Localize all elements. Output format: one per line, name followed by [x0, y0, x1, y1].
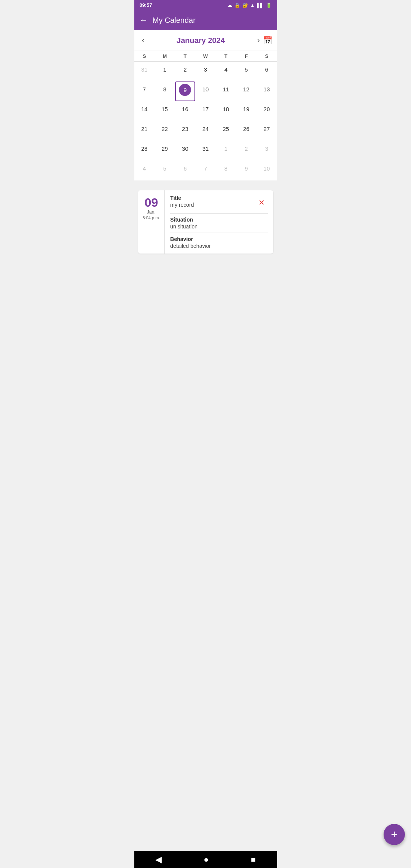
event-details: Title my record ✕ Situation un situation… — [165, 190, 273, 254]
calendar-day[interactable]: 8 — [216, 161, 236, 180]
event-title-label: Title — [170, 195, 255, 201]
event-title-value: my record — [170, 202, 255, 208]
event-divider-1 — [170, 213, 268, 214]
calendar-day[interactable]: 18 — [216, 101, 236, 121]
day-number: 7 — [199, 162, 212, 174]
today-icon[interactable]: 📅 — [263, 36, 272, 45]
event-close-button[interactable]: ✕ — [255, 195, 268, 210]
day-number: 6 — [261, 63, 273, 75]
calendar-day[interactable]: 3 — [256, 141, 277, 161]
calendar-day[interactable]: 27 — [256, 121, 277, 141]
app-bar: ← My Calendar — [134, 10, 277, 30]
calendar-day[interactable]: 16 — [175, 101, 196, 121]
calendar-day[interactable]: 6 — [175, 161, 196, 180]
calendar-day[interactable]: 15 — [155, 101, 175, 121]
day-number: 7 — [138, 83, 150, 95]
weekday-tue: T — [175, 51, 196, 61]
event-divider-2 — [170, 233, 268, 233]
next-month-button[interactable]: › — [254, 34, 263, 47]
calendar-day[interactable]: 9 — [175, 81, 196, 101]
month-title: January 2024 — [148, 36, 254, 45]
calendar-day[interactable]: 1 — [155, 62, 175, 81]
day-number: 10 — [199, 83, 212, 95]
calendar-day[interactable]: 22 — [155, 121, 175, 141]
calendar-day[interactable]: 17 — [195, 101, 216, 121]
weekday-fri: F — [236, 51, 256, 61]
calendar-day[interactable]: 5 — [236, 62, 256, 81]
section-separator — [134, 180, 277, 187]
day-number: 18 — [220, 103, 232, 115]
weekday-sun: S — [134, 51, 155, 61]
day-number: 12 — [240, 83, 252, 95]
event-behavior-label: Behavior — [170, 236, 268, 242]
lock-icon: 🔒 — [234, 3, 240, 8]
calendar-day[interactable]: 19 — [236, 101, 256, 121]
day-number: 25 — [220, 123, 232, 135]
calendar-day[interactable]: 28 — [134, 141, 155, 161]
day-number: 11 — [220, 83, 232, 95]
calendar-day[interactable]: 4 — [134, 161, 155, 180]
day-number: 31 — [199, 142, 212, 155]
day-number: 27 — [261, 123, 273, 135]
prev-month-button[interactable]: ‹ — [139, 34, 148, 47]
day-number: 9 — [240, 162, 252, 174]
weekday-mon: M — [155, 51, 175, 61]
calendar-day[interactable]: 31 — [134, 62, 155, 81]
calendar-day[interactable]: 2 — [236, 141, 256, 161]
calendar-day[interactable]: 9 — [236, 161, 256, 180]
calendar-day[interactable]: 12 — [236, 81, 256, 101]
calendar-day[interactable]: 7 — [195, 161, 216, 180]
calendar-day[interactable]: 24 — [195, 121, 216, 141]
calendar-day[interactable]: 3 — [195, 62, 216, 81]
calendar-day[interactable]: 23 — [175, 121, 196, 141]
day-number: 2 — [179, 63, 191, 75]
calendar-header: ‹ January 2024 › 📅 — [134, 30, 277, 51]
calendar-day[interactable]: 8 — [155, 81, 175, 101]
calendar-day[interactable]: 31 — [195, 141, 216, 161]
calendar-day[interactable]: 6 — [256, 62, 277, 81]
calendar-day[interactable]: 10 — [195, 81, 216, 101]
weekday-row: S M T W T F S — [134, 51, 277, 62]
calendar-day[interactable]: 4 — [216, 62, 236, 81]
day-number: 1 — [159, 63, 171, 75]
weekday-sat: S — [256, 51, 277, 61]
event-day-number: 09 — [145, 196, 158, 209]
day-number: 23 — [179, 123, 191, 135]
signal-icon: ▌▌ — [257, 3, 263, 8]
day-number: 5 — [240, 63, 252, 75]
calendar-day[interactable]: 29 — [155, 141, 175, 161]
calendar-day[interactable]: 25 — [216, 121, 236, 141]
calendar-day[interactable]: 21 — [134, 121, 155, 141]
day-number: 26 — [240, 123, 252, 135]
status-icons: ☁ 🔒 🔐 ▲ ▌▌ 🔋 — [228, 3, 272, 8]
event-dot — [184, 97, 186, 99]
event-time: 8:04 p.m. — [143, 215, 160, 220]
day-number: 6 — [179, 162, 191, 174]
calendar-day[interactable]: 2 — [175, 62, 196, 81]
page-title: My Calendar — [153, 16, 196, 25]
event-behavior-value: detailed behavior — [170, 243, 268, 249]
calendar-day[interactable]: 14 — [134, 101, 155, 121]
day-number: 4 — [138, 162, 150, 174]
calendar-day[interactable]: 7 — [134, 81, 155, 101]
weekday-wed: W — [195, 51, 216, 61]
calendar-day[interactable]: 26 — [236, 121, 256, 141]
day-number: 3 — [261, 142, 273, 155]
calendar-day[interactable]: 20 — [256, 101, 277, 121]
calendar-day[interactable]: 11 — [216, 81, 236, 101]
calendar-day[interactable]: 30 — [175, 141, 196, 161]
lock2-icon: 🔐 — [242, 3, 248, 8]
day-number: 9 — [179, 84, 191, 96]
calendar-day[interactable]: 13 — [256, 81, 277, 101]
event-situation-label: Situation — [170, 217, 268, 223]
back-button[interactable]: ← — [140, 15, 148, 25]
calendar-day[interactable]: 5 — [155, 161, 175, 180]
day-number: 17 — [199, 103, 212, 115]
day-number: 21 — [138, 123, 150, 135]
calendar-day[interactable]: 10 — [256, 161, 277, 180]
weekday-thu: T — [216, 51, 236, 61]
status-bar: 09:57 ☁ 🔒 🔐 ▲ ▌▌ 🔋 — [134, 0, 277, 10]
calendar-day[interactable]: 1 — [216, 141, 236, 161]
day-number: 4 — [220, 63, 232, 75]
day-number: 3 — [199, 63, 212, 75]
